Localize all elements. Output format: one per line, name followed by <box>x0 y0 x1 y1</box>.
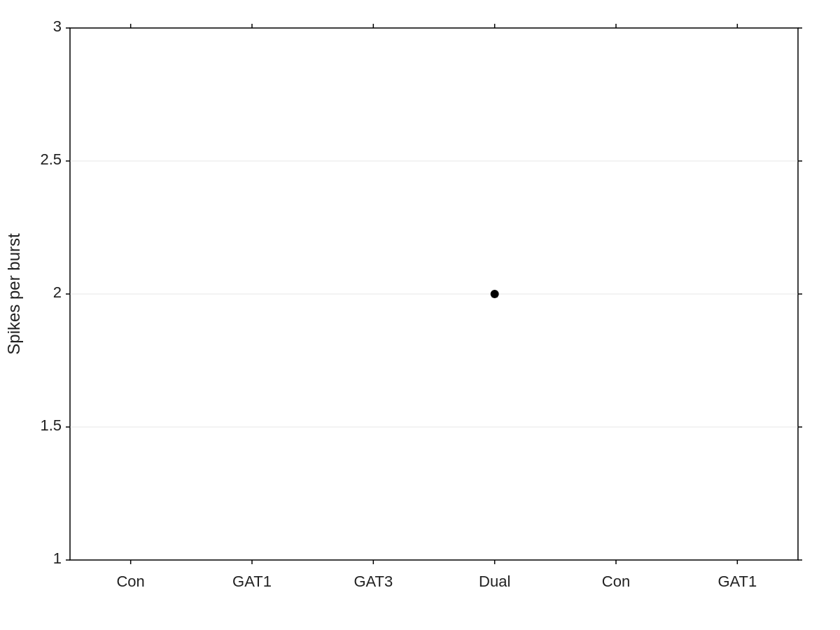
scatter-chart: 11.522.53ConGAT1GAT3DualConGAT1Spikes pe… <box>0 0 840 630</box>
svg-text:2: 2 <box>53 284 62 301</box>
y-axis-label: Spikes per burst <box>4 233 23 355</box>
svg-text:3: 3 <box>53 18 62 35</box>
svg-text:1: 1 <box>53 550 62 567</box>
svg-text:2.5: 2.5 <box>40 150 62 168</box>
x-axis-label: GAT1 <box>232 573 272 590</box>
x-axis-label: Dual <box>479 573 510 590</box>
data-point-0 <box>491 290 499 298</box>
x-axis-label: Con <box>116 573 144 590</box>
x-axis-label: Con <box>602 573 630 590</box>
x-axis-label: GAT3 <box>354 573 393 590</box>
svg-text:1.5: 1.5 <box>40 416 62 434</box>
x-axis-label: GAT1 <box>718 573 757 590</box>
chart-container: 11.522.53ConGAT1GAT3DualConGAT1Spikes pe… <box>0 0 840 630</box>
